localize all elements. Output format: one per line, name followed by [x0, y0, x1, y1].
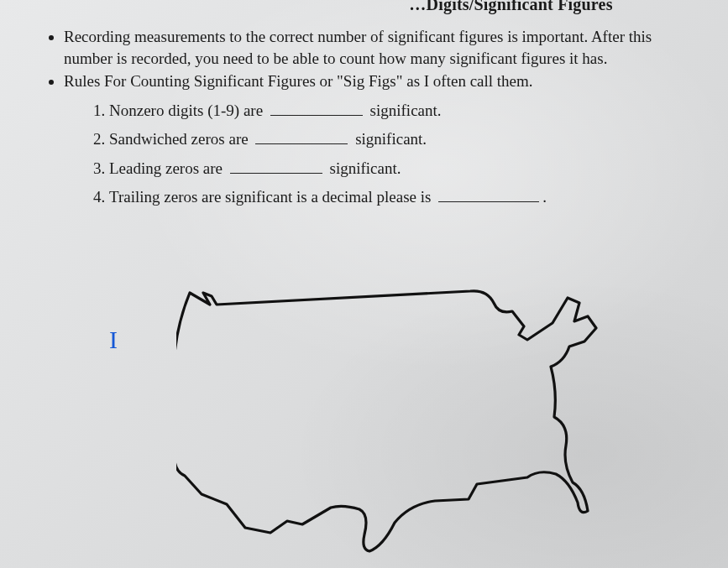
- us-map-outline: [176, 273, 621, 566]
- rule-3-post: significant.: [326, 159, 401, 177]
- rules-list: Nonzero digits (1-9) are significant. Sa…: [87, 97, 699, 211]
- bullet-2: Rules For Counting Significant Figures o…: [64, 70, 699, 211]
- bullet-1: Recording measurements to the correct nu…: [64, 26, 699, 69]
- rule-1-pre: Nonzero digits (1-9) are: [109, 102, 267, 119]
- rule-1: Nonzero digits (1-9) are significant.: [109, 97, 699, 124]
- rule-1-post: significant.: [366, 102, 442, 119]
- rule-3: Leading zeros are significant.: [109, 155, 699, 182]
- rule-4: Trailing zeros are significant is a deci…: [109, 184, 699, 211]
- worksheet-page: …Digits/Significant Figures Recording me…: [0, 0, 728, 568]
- rule-4-post: .: [542, 188, 547, 206]
- text-cursor[interactable]: I: [109, 326, 118, 354]
- blank-2[interactable]: [255, 128, 348, 144]
- rule-3-pre: Leading zeros are: [109, 159, 227, 177]
- rule-2-post: significant.: [351, 130, 427, 148]
- page-title: …Digits/Significant Figures: [45, 0, 699, 14]
- rule-4-pre: Trailing zeros are significant is a deci…: [109, 188, 435, 206]
- bullet-2-text: Rules For Counting Significant Figures o…: [64, 72, 533, 90]
- bullet-1-text: Recording measurements to the correct nu…: [64, 28, 652, 67]
- rule-2: Sandwiched zeros are significant.: [109, 126, 699, 153]
- blank-3[interactable]: [230, 157, 322, 174]
- us-map-svg: [176, 273, 621, 566]
- title-text: …Digits/Significant Figures: [132, 0, 612, 14]
- blank-4[interactable]: [438, 185, 539, 202]
- us-outline-path: [176, 291, 596, 551]
- rule-2-pre: Sandwiched zeros are: [109, 130, 252, 148]
- intro-bullets: Recording measurements to the correct nu…: [45, 26, 699, 211]
- blank-1[interactable]: [270, 99, 363, 116]
